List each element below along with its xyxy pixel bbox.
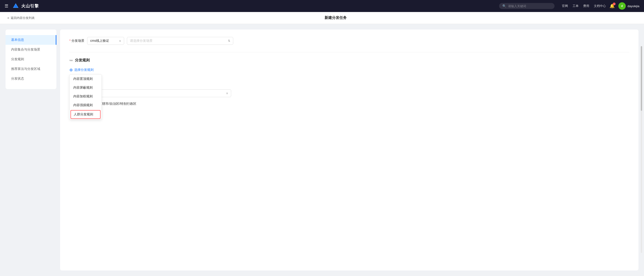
algorithm-section: 分发区域 系统预置通用模型 ∨ 全国 省市/直辖市/自治区/特别行政区 <box>69 80 629 106</box>
nav-links: 官网 工单 费用 文档中心 <box>562 4 606 8</box>
sidebar: 基本信息 内容集合与分发场景 分发规则 推荐算法与分发区域 分发状态 <box>6 29 56 89</box>
distribution-rules-section: ≔ 分发规则 ⊕ 选择分发规则 内容置顶规则 内容屏蔽规则 内容加权规则 内容强… <box>69 58 629 72</box>
dropdown-item-weight[interactable]: 内容加权规则 <box>70 92 102 101</box>
nav-link-wendang[interactable]: 文档中心 <box>594 4 606 8</box>
nav-link-feiyong[interactable]: 费用 <box>583 4 589 8</box>
chevron-down-icon: ∨ <box>119 39 121 42</box>
search-bar[interactable]: 🔍 <box>499 3 554 9</box>
rule-dropdown-menu: 内容置顶规则 内容屏蔽规则 内容加权规则 内容强插规则 人群分发规则 <box>69 74 102 120</box>
logo: 火山引擎 <box>12 2 39 10</box>
section-title-rules: 分发规则 <box>75 58 90 63</box>
scene-placeholder: 请选择分发场景 <box>130 39 152 43</box>
sidebar-item-status[interactable]: 分发状态 <box>6 74 56 84</box>
list-icon: ≔ <box>69 58 73 63</box>
notification-badge: 1 <box>613 2 616 5</box>
dropdown-item-insert[interactable]: 内容强插规则 <box>70 101 102 110</box>
back-label: 返回内容分发列表 <box>11 16 35 20</box>
sidebar-item-content-scene[interactable]: 内容集合与分发场景 <box>6 45 56 54</box>
top-navigation: ☰ 火山引擎 🔍 官网 工单 费用 文档中心 🔔 1 d dayulejia <box>0 0 644 12</box>
sidebar-item-rules[interactable]: 分发规则 <box>6 54 56 64</box>
nav-link-gongdan[interactable]: 工单 <box>572 4 578 8</box>
sidebar-item-algorithm[interactable]: 推荐算法与分发区域 <box>6 64 56 74</box>
sidebar-item-basic-info[interactable]: 基本信息 <box>6 35 56 45</box>
scene-value: cms线上验证 <box>90 39 109 43</box>
search-icon: 🔍 <box>502 4 506 8</box>
menu-icon[interactable]: ☰ <box>4 3 8 8</box>
nav-link-guanwang[interactable]: 官网 <box>562 4 568 8</box>
scene-label: * 分发场景 <box>69 39 84 43</box>
sub-header: < 返回内容分发列表 新建分发任务 <box>0 12 644 24</box>
scrollbar-track[interactable] <box>641 46 642 253</box>
logo-icon <box>12 2 20 10</box>
scene-select-primary[interactable]: cms线上验证 ∨ <box>87 37 124 45</box>
select-rule-button[interactable]: ⊕ 选择分发规则 <box>69 67 94 72</box>
divider-1 <box>69 52 629 52</box>
required-asterisk: * <box>69 39 70 42</box>
scrollbar-thumb[interactable] <box>641 46 642 111</box>
username: dayulejia <box>628 4 640 8</box>
search-input[interactable] <box>508 4 550 8</box>
dropdown-item-shield[interactable]: 内容屏蔽规则 <box>70 83 102 92</box>
page-title: 新建分发任务 <box>35 15 636 20</box>
region-row: 全国 省市/直辖市/自治区/特别行政区 <box>69 102 629 106</box>
dropdown-item-crowd[interactable]: 人群分发规则 <box>70 110 100 119</box>
select-rule-label: 选择分发规则 <box>74 68 94 72</box>
chevron-up-down-icon: ⇅ <box>228 39 230 42</box>
main-content: 基本信息 内容集合与分发场景 分发规则 推荐算法与分发区域 分发状态 * 分发场… <box>0 24 644 276</box>
scene-form-row: * 分发场景 cms线上验证 ∨ 请选择分发场景 ⇅ <box>69 37 629 45</box>
back-button[interactable]: < 返回内容分发列表 <box>8 16 35 20</box>
avatar: d <box>618 2 626 10</box>
content-area: * 分发场景 cms线上验证 ∨ 请选择分发场景 ⇅ ≔ 分发规则 ⊕ <box>60 29 638 271</box>
section-header-algo: 分发区域 <box>69 80 629 85</box>
select-rule-container: ⊕ 选择分发规则 内容置顶规则 内容屏蔽规则 内容加权规则 内容强插规则 人群分… <box>69 67 94 72</box>
logo-text: 火山引擎 <box>21 3 39 9</box>
user-menu[interactable]: d dayulejia <box>618 2 640 10</box>
scene-select-secondary[interactable]: 请选择分发场景 ⇅ <box>127 37 233 45</box>
section-header-rules: ≔ 分发规则 <box>69 58 629 63</box>
algo-select-row: 系统预置通用模型 ∨ <box>69 89 629 97</box>
back-arrow-icon: < <box>8 16 9 20</box>
notification-bell[interactable]: 🔔 1 <box>610 3 615 8</box>
dropdown-item-pingtop[interactable]: 内容置顶规则 <box>70 75 102 83</box>
algo-chevron-icon: ∨ <box>226 92 228 95</box>
plus-circle-icon: ⊕ <box>69 67 73 72</box>
